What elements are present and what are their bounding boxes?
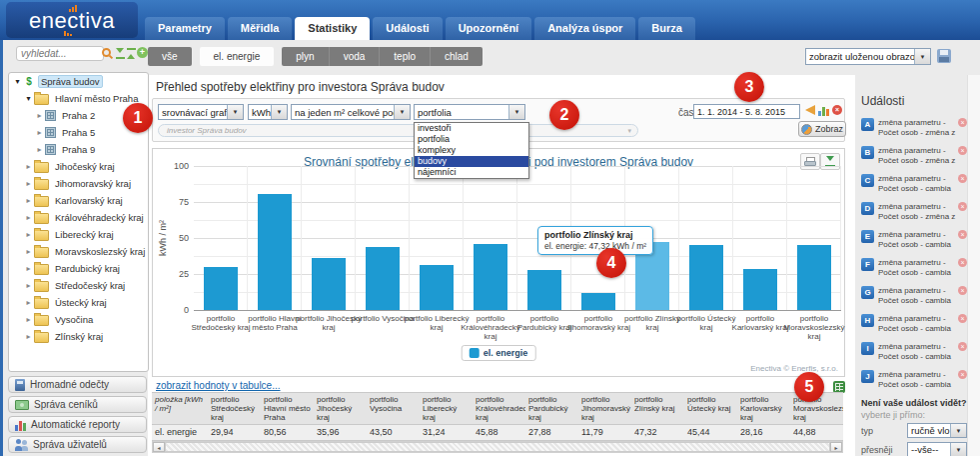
show-button[interactable]: Zobraz <box>798 121 846 137</box>
tree-item-hlavn-m-sto-praha[interactable]: ▾Hlavní město Praha <box>9 90 148 107</box>
event-item-a[interactable]: Azměna parametru -Počet osob - změna z× <box>861 118 967 138</box>
dropdown-option-komplexy[interactable]: komplexy <box>415 145 528 156</box>
chart-bar-portfolio-jihomoravsk-kraj[interactable] <box>581 293 615 310</box>
chart-bar-portfolio-jiho-esk-kraj[interactable] <box>312 258 346 310</box>
nav-tab-burza[interactable]: Burza <box>638 17 695 40</box>
tree-item-spr-va-budov[interactable]: ▾Správa budov <box>9 73 148 90</box>
event-close-icon[interactable]: × <box>958 118 967 127</box>
event-close-icon[interactable]: × <box>958 286 967 295</box>
energy-tab-plyn[interactable]: plyn <box>282 47 329 66</box>
dropdown-option-investo-i[interactable]: investoři <box>415 123 528 134</box>
tree-caret-icon[interactable]: ▸ <box>24 298 33 307</box>
tree-caret-icon[interactable]: ▸ <box>24 196 33 205</box>
event-close-icon[interactable]: × <box>958 370 967 379</box>
event-item-c[interactable]: Czměna parametru -Počet osob - cambia× <box>861 174 967 194</box>
chart-legend[interactable]: el. energie <box>462 345 536 361</box>
tree-caret-icon[interactable]: ▸ <box>24 162 33 171</box>
energy-tab-v-e[interactable]: vše <box>148 47 192 66</box>
vertical-scrollbar[interactable] <box>967 75 980 456</box>
tree-item-pardubick-kraj[interactable]: ▸Pardubický kraj <box>9 260 148 277</box>
chart-bar-portfolio-vyso-ina[interactable] <box>366 247 400 310</box>
event-close-icon[interactable]: × <box>958 202 967 211</box>
chart-type-select[interactable]: srovnávací graf ▼ <box>158 104 244 120</box>
tree-caret-icon[interactable]: ▸ <box>24 179 33 188</box>
event-item-e[interactable]: Ezměna parametru -Počet osob - cambia× <box>861 230 967 250</box>
chart-bar-portfolio-st-edo-esk-kraj[interactable] <box>204 267 238 310</box>
energy-tab-el-energie[interactable]: el. energie <box>200 47 275 66</box>
event-close-icon[interactable]: × <box>958 230 967 239</box>
tree-item-kr-lov-hradeck-kraj[interactable]: ▸Královéhradecký kraj <box>9 209 148 226</box>
save-screen-icon[interactable] <box>937 49 951 63</box>
event-item-d[interactable]: Dzměna parametru -Počet osob - změna z× <box>861 202 967 222</box>
event-item-f[interactable]: Fzměna parametru -Počet osob - cambia× <box>861 258 967 278</box>
normalization-select[interactable]: na jeden m² celkové podlahové plochy ▼ <box>291 104 411 120</box>
clear-icon[interactable]: × <box>832 105 842 115</box>
energy-tab-teplo[interactable]: teplo <box>380 47 431 66</box>
sidebar-button-spr-va-u-ivatel[interactable]: Správa uživatelů <box>8 436 147 453</box>
chart-bar-portfolio-steck-kraj[interactable] <box>689 245 723 310</box>
tree-caret-icon[interactable]: ▸ <box>24 281 33 290</box>
chart-bar-portfolio-pardubick-kraj[interactable] <box>527 270 561 310</box>
event-close-icon[interactable]: × <box>958 342 967 351</box>
tree-caret-icon[interactable]: ▸ <box>24 264 33 273</box>
nav-tab-m-idla[interactable]: Měřidla <box>228 17 293 40</box>
tree-caret-icon[interactable]: ▸ <box>24 247 33 256</box>
tree-item-libereck-kraj[interactable]: ▸Liberecký kraj <box>9 226 148 243</box>
nav-tab-statistiky[interactable]: Statistiky <box>295 17 370 40</box>
search-icon[interactable] <box>102 48 113 59</box>
tree-item-moravskoslezsk-kraj[interactable]: ▸Moravskoslezský kraj <box>9 243 148 260</box>
dropdown-option-budovy[interactable]: budovy <box>415 156 528 167</box>
dropdown-option-portfolia[interactable]: portfolia <box>415 134 528 145</box>
tree-item-jiho-esk-kraj[interactable]: ▸Jihočeský kraj <box>9 158 148 175</box>
add-node-icon[interactable]: + <box>137 47 148 58</box>
sidebar-button-hromadn-ode-ty[interactable]: Hromadné odečty <box>8 376 147 393</box>
event-item-i[interactable]: Izměna parametru -Počet osob - cambia× <box>861 342 967 362</box>
event-close-icon[interactable]: × <box>958 146 967 155</box>
event-item-b[interactable]: Bzměna parametru -Počet osob - změna z× <box>861 146 967 166</box>
chart-bar-portfolio-hlavn-m-sto-praha[interactable] <box>258 194 292 310</box>
event-close-icon[interactable]: × <box>958 314 967 323</box>
tree-caret-icon[interactable]: ▸ <box>24 315 33 324</box>
expand-tree-icon[interactable] <box>127 48 136 59</box>
tree-caret-icon[interactable]: ▾ <box>13 77 22 86</box>
show-table-link[interactable]: zobrazit hodnoty v tabulce... <box>156 380 281 391</box>
tree-item-jihomoravsk-kraj[interactable]: ▸Jihomoravský kraj <box>9 175 148 192</box>
tree-caret-icon[interactable]: ▸ <box>35 128 44 137</box>
event-close-icon[interactable]: × <box>958 258 967 267</box>
tree-item-karlovarsk-kraj[interactable]: ▸Karlovarský kraj <box>9 192 148 209</box>
tree-item-zl-nsk-kraj[interactable]: ▸Zlínský kraj <box>9 328 148 345</box>
tree-caret-icon[interactable]: ▾ <box>24 94 33 103</box>
tree-caret-icon[interactable]: ▸ <box>35 145 44 154</box>
chart-icon[interactable] <box>818 106 829 116</box>
tree-item-st-edo-esk-kraj[interactable]: ▸Středočeský kraj <box>9 277 148 294</box>
chart-bar-portfolio-moravskoslezsk-kraj[interactable] <box>797 245 831 310</box>
nav-tab-ud-losti[interactable]: Události <box>373 17 442 40</box>
tree-caret-icon[interactable]: ▸ <box>35 111 44 120</box>
nav-tab-parametry[interactable]: Parametry <box>145 17 225 40</box>
horizontal-scrollbar[interactable]: ◂ ▸ <box>152 441 843 453</box>
saved-screen-select[interactable]: zobrazit uloženou obrazovku ▼ <box>805 48 931 65</box>
tree-caret-icon[interactable]: ▸ <box>24 213 33 222</box>
entity-select[interactable]: portfolia ▼ <box>414 104 525 120</box>
scrollbar-thumb[interactable] <box>165 442 830 452</box>
unit-select[interactable]: kWh ▼ <box>248 104 288 120</box>
chart-bar-portfolio-karlovarsk-kraj[interactable] <box>743 269 777 310</box>
tree-item-vyso-ina[interactable]: ▸Vysočina <box>9 311 148 328</box>
dropdown-option-n-jemn-ci[interactable]: nájemníci <box>415 167 528 178</box>
scroll-left-button[interactable]: ◂ <box>153 442 165 452</box>
event-type-select[interactable]: ručně vlo ▼ <box>907 423 967 438</box>
tree-item-steck-kraj[interactable]: ▸Ústecký kraj <box>9 294 148 311</box>
collapse-tree-icon[interactable] <box>116 48 125 59</box>
tree-item-praha-9[interactable]: ▸Praha 9 <box>9 141 148 158</box>
nav-tab-upozorn-n[interactable]: Upozornění <box>446 17 532 40</box>
tree-caret-icon[interactable]: ▸ <box>24 230 33 239</box>
chart-bar-portfolio-libereck-kraj[interactable] <box>420 265 454 310</box>
event-item-g[interactable]: Gzměna parametru -Počet osob - cambia× <box>861 286 967 306</box>
enectiva-logo[interactable]: enectiva <box>6 2 138 38</box>
energy-tab-voda[interactable]: voda <box>330 47 381 66</box>
event-precision-select[interactable]: --vše-- ▼ <box>907 442 967 456</box>
nav-tab-anal-za-spor[interactable]: Analýza úspor <box>534 17 635 40</box>
alert-megaphone-icon[interactable] <box>805 105 815 115</box>
tree-caret-icon[interactable]: ▸ <box>24 332 33 341</box>
event-item-j[interactable]: Jzměna parametru -Počet osob - cambia× <box>861 370 967 390</box>
